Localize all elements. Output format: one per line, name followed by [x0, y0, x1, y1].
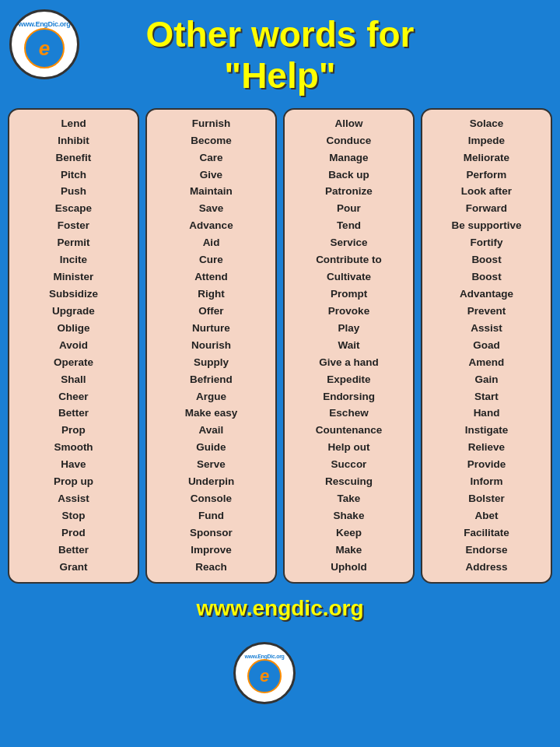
word-col1-17: Better: [58, 405, 89, 422]
word-col4-8: Boost: [471, 252, 501, 268]
word-col2-13: Nourish: [191, 338, 231, 354]
word-col2-14: Supply: [194, 355, 229, 371]
word-col1-9: Minister: [54, 269, 94, 286]
word-col1-19: Smooth: [54, 440, 93, 456]
word-col1-26: Grant: [59, 559, 87, 576]
word-col1-0: Lend: [61, 116, 86, 132]
word-col4-25: Endorse: [465, 542, 507, 559]
word-col3-5: Pour: [337, 201, 361, 217]
word-col1-5: Escape: [55, 201, 92, 217]
word-col3-12: Play: [338, 321, 360, 337]
word-col3-21: Rescuing: [325, 474, 373, 490]
word-column-3: AllowConduceManageBack upPatronizePourTe…: [283, 108, 415, 584]
word-col2-7: Aid: [203, 235, 220, 251]
word-col1-7: Permit: [57, 235, 89, 251]
word-col2-1: Become: [191, 133, 232, 149]
word-col3-0: Allow: [335, 116, 363, 132]
word-col1-16: Cheer: [58, 389, 88, 405]
word-col4-19: Relieve: [468, 440, 505, 456]
word-col4-24: Facilitate: [464, 525, 509, 542]
word-col1-6: Foster: [58, 218, 89, 234]
word-col2-18: Avail: [199, 423, 224, 439]
word-col4-18: Instigate: [465, 423, 509, 439]
word-col4-12: Assist: [471, 321, 502, 337]
word-col2-16: Argue: [196, 389, 226, 405]
word-col2-10: Right: [198, 286, 225, 303]
word-col1-3: Pitch: [61, 167, 86, 184]
word-col1-13: Avoid: [59, 338, 88, 354]
word-col2-4: Maintain: [190, 184, 233, 200]
page-title: Other words for "Help": [8, 14, 552, 96]
word-column-4: SolaceImpedeMelioratePerformLook afterFo…: [421, 108, 552, 584]
word-col2-26: Reach: [195, 559, 227, 576]
word-col2-6: Advance: [189, 218, 233, 234]
word-col4-0: Solace: [470, 116, 504, 132]
word-col4-15: Gain: [474, 372, 498, 388]
word-col2-17: Make easy: [185, 405, 238, 422]
word-col4-11: Prevent: [467, 303, 506, 320]
word-col1-23: Stop: [62, 508, 86, 524]
word-col2-25: Improve: [191, 542, 232, 559]
word-col3-3: Back up: [328, 167, 369, 184]
word-col2-22: Console: [191, 491, 232, 507]
word-col2-3: Give: [200, 167, 222, 184]
word-column-2: FurnishBecomeCareGiveMaintainSaveAdvance…: [145, 108, 277, 584]
word-col2-5: Save: [199, 201, 224, 217]
word-col1-8: Incite: [60, 252, 87, 268]
logo-bottom-center: www.EngDic.org e: [233, 642, 296, 704]
word-col2-2: Care: [199, 150, 222, 167]
word-col1-24: Prod: [61, 525, 86, 542]
word-col4-3: Perform: [467, 167, 507, 184]
word-col2-0: Furnish: [192, 116, 231, 132]
word-col1-22: Assist: [58, 491, 89, 507]
word-col2-15: Befriend: [190, 372, 233, 388]
word-col4-4: Look after: [461, 184, 512, 200]
word-col1-20: Have: [61, 457, 86, 473]
page-header: Other words for "Help": [0, 0, 560, 104]
word-col1-15: Shall: [61, 372, 86, 388]
logo-top-left: www.EngDic.org e: [9, 9, 79, 79]
word-col1-2: Benefit: [56, 150, 92, 167]
word-col3-15: Expedite: [327, 372, 370, 388]
logo-circle: e: [24, 28, 65, 68]
word-col1-1: Inhibit: [58, 133, 89, 149]
word-col2-21: Underpin: [188, 474, 234, 490]
title-line1: Other words for: [145, 14, 414, 54]
word-col3-11: Provoke: [328, 303, 369, 320]
word-col1-4: Push: [61, 184, 86, 200]
word-col3-2: Manage: [329, 150, 368, 167]
word-col3-7: Service: [330, 235, 367, 251]
logo-letter: e: [39, 37, 50, 61]
word-col3-24: Keep: [336, 525, 362, 542]
word-col3-23: Shake: [334, 508, 365, 524]
word-col3-10: Prompt: [331, 286, 367, 303]
word-col1-11: Upgrade: [52, 303, 95, 320]
word-col2-11: Offer: [198, 303, 223, 320]
word-col1-21: Prop up: [54, 474, 93, 490]
logo2-letter: e: [260, 666, 269, 686]
word-columns: LendInhibitBenefitPitchPushEscapeFosterP…: [0, 108, 560, 584]
word-col4-2: Meliorate: [464, 150, 509, 167]
word-col4-7: Fortify: [471, 235, 503, 251]
footer-url: www.engdic.org: [196, 596, 363, 620]
word-col1-25: Better: [58, 542, 89, 559]
word-col4-9: Boost: [471, 269, 501, 286]
title-line2: "Help": [224, 55, 335, 96]
word-col3-16: Endorsing: [323, 389, 375, 405]
word-col3-13: Wait: [338, 338, 360, 354]
word-col4-16: Start: [474, 389, 499, 405]
word-col4-23: Abet: [475, 508, 499, 524]
word-col3-26: Uphold: [331, 559, 367, 576]
word-col3-8: Contribute to: [316, 252, 382, 268]
word-col3-25: Make: [336, 542, 362, 559]
word-col4-13: Goad: [473, 338, 500, 354]
word-col4-22: Bolster: [468, 491, 505, 507]
logo-site-url: www.EngDic.org: [19, 20, 71, 28]
page-footer: www.engdic.org: [0, 588, 560, 629]
word-column-1: LendInhibitBenefitPitchPushEscapeFosterP…: [8, 108, 139, 584]
word-col3-19: Help out: [328, 440, 370, 456]
word-col4-21: Inform: [471, 474, 503, 490]
word-col4-14: Amend: [469, 355, 505, 371]
word-col1-12: Oblige: [57, 321, 89, 337]
word-col2-20: Serve: [197, 457, 226, 473]
